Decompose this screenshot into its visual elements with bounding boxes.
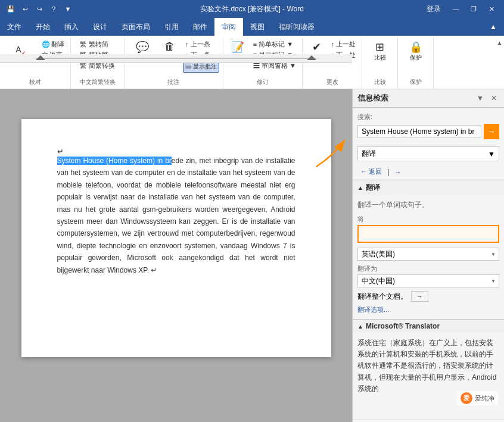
protect-icon: 🔒 xyxy=(409,40,422,54)
group-proofreading-label: 校对 xyxy=(29,77,41,87)
tab-insert[interactable]: 插入 xyxy=(57,18,86,36)
group-protect-label: 保护 xyxy=(410,77,422,87)
delete-icon: 🗑 xyxy=(164,40,175,53)
translate-section-header[interactable]: ▲ 翻译 xyxy=(353,180,504,195)
group-changes: ✔ 接受 ↑ 上一处 ↓ 下一处 更改 xyxy=(303,38,363,89)
panel-close-btn[interactable]: ✕ xyxy=(489,93,499,103)
group-compare-content: ⊞ 比较 xyxy=(369,39,391,77)
compare-icon: ⊞ xyxy=(375,40,384,54)
translate-options-link[interactable]: 翻译选项... xyxy=(357,306,389,313)
tab-mailings[interactable]: 邮件 xyxy=(186,18,214,36)
main-area: ↵ System House (Home system) in brede zi… xyxy=(0,89,504,422)
translate-doc-label: 翻译整个文档。 xyxy=(357,292,407,302)
tab-layout[interactable]: 页面布局 xyxy=(114,18,157,36)
compare-label: 比较 xyxy=(374,54,386,62)
group-tracking-label: 修订 xyxy=(257,77,269,87)
tab-file[interactable]: 文件 xyxy=(0,18,29,36)
tab-foxit[interactable]: 福昕阅读器 xyxy=(272,18,322,36)
group-protect: 🔒 保护 保护 xyxy=(398,38,434,89)
group-compare-label: 比较 xyxy=(374,77,386,87)
document: ↵ System House (Home system) in brede zi… xyxy=(21,119,331,357)
translate-from-prefix: 将 xyxy=(357,215,499,224)
translate-dropdown-label: 翻译 xyxy=(362,149,376,159)
tab-view[interactable]: 视图 xyxy=(243,18,272,36)
nav-back-button[interactable]: ← 返回 xyxy=(357,166,385,177)
translate-section-body: 翻译一个单词或句子。 将 英语(美国) 翻译为 中文(中国) xyxy=(353,195,504,319)
compare-button[interactable]: ⊞ 比较 xyxy=(369,39,391,63)
accept-icon: ✔ xyxy=(312,40,321,54)
search-row: → xyxy=(357,124,499,139)
translate-label: 翻译 xyxy=(51,40,64,49)
right-panel: 信息检索 ▼ ✕ 搜索: → 翻译 ▼ ← 返回 | → xyxy=(352,89,504,422)
panel-controls: ▼ ✕ xyxy=(474,93,499,103)
doc-text-rest: ede zin, met inbegrip van de installatie… xyxy=(57,157,295,274)
panel-search-section: 搜索: → xyxy=(353,108,504,144)
doc-cursor-area: ↵ xyxy=(57,149,295,155)
to-language-select[interactable]: 中文(中国) xyxy=(357,274,499,287)
titlebar-left: 💾 ↩ ↪ ? ▼ xyxy=(5,3,74,15)
nav-separator: | xyxy=(387,168,389,176)
to-traditional-button[interactable]: 繁 繁转简 xyxy=(77,39,117,49)
to-lang-label: 翻译为 xyxy=(357,264,499,273)
translate-dropdown[interactable]: 翻译 ▼ xyxy=(357,146,499,161)
translate-section: ▲ 翻译 翻译一个单词或句子。 将 英语(美国) 翻译为 xyxy=(353,180,504,319)
ms-translator-header[interactable]: ▲ Microsoft® Translator xyxy=(353,320,504,333)
dropdown-icon[interactable]: ▼ xyxy=(62,3,74,15)
group-protect-content: 🔒 保护 xyxy=(405,39,427,77)
doc-end-mark: ↵ xyxy=(151,266,157,274)
group-compare: ⊞ 比较 比较 xyxy=(362,38,398,89)
dropdown-arrow-icon: ▼ xyxy=(488,150,495,158)
panel-settings-btn[interactable]: ▼ xyxy=(474,93,486,103)
help-icon[interactable]: ? xyxy=(48,3,60,15)
group-chinese-label: 中文简繁转换 xyxy=(80,77,116,87)
group-tracking: 📝 修订 ≡ 简单标记 ▼ ≡ 显示标记 ▼ ☰ 审阅窗格 ▼ 修订 xyxy=(223,38,303,89)
tab-references[interactable]: 引用 xyxy=(157,18,186,36)
close-button[interactable]: ✕ xyxy=(484,3,499,15)
group-proofreading: A✓ 拼写和语法 🌐 翻译 文 语言 校对 xyxy=(0,38,71,89)
section-collapse-icon: ▲ xyxy=(357,185,363,191)
ms-section-icon: ▲ xyxy=(357,323,363,330)
translate-doc-button[interactable]: → xyxy=(411,291,428,302)
undo-icon[interactable]: ↩ xyxy=(19,3,31,15)
translate-hint: 翻译一个单词或句子。 xyxy=(357,200,499,210)
tab-home[interactable]: 开始 xyxy=(29,18,57,36)
simple-markup-button[interactable]: ≡ 简单标记 ▼ xyxy=(251,39,298,49)
restore-button[interactable]: ❐ xyxy=(466,3,481,15)
ms-translator-section: ▲ Microsoft® Translator 系统住宅（家庭系统）在广义上，包… xyxy=(353,319,504,399)
selected-text: System House (Home system) in br xyxy=(57,157,172,165)
from-language-select[interactable]: 英语(美国) xyxy=(357,248,499,261)
ms-translator-text: 系统住宅（家庭系统）在广义上，包括安装系统的计算机和安装的手机系统，以前的手机软… xyxy=(357,337,499,395)
tab-review[interactable]: 审阅 xyxy=(214,18,243,36)
prev-comment-button[interactable]: ↑ 上一条 xyxy=(183,39,219,49)
tab-design[interactable]: 设计 xyxy=(86,18,114,36)
translate-icon: 🌐 xyxy=(42,40,50,48)
ribbon-collapse-btn[interactable]: ▲ xyxy=(496,39,503,46)
search-input[interactable] xyxy=(357,125,481,138)
ribbon-tabs: 文件 开始 插入 设计 页面布局 引用 邮件 审阅 视图 福昕阅读器 ▲ xyxy=(0,18,504,36)
save-icon[interactable]: 💾 xyxy=(5,3,17,15)
group-chinese-convert: 繁 繁转简 繁 简转繁 繁 简繁转换 中文简繁转换 xyxy=(71,38,125,89)
collapse-ribbon-btn[interactable]: ▲ xyxy=(483,18,504,36)
track-changes-icon: 📝 xyxy=(231,40,244,54)
group-comments: 💬 新建批注 🗑 删除 ↑ 上一条 ↓ 下一条 ▤ 显示批注 批注 xyxy=(125,38,223,89)
minimize-button[interactable]: — xyxy=(448,3,463,15)
document-area: ↵ System House (Home system) in brede zi… xyxy=(0,89,352,422)
panel-content: ▲ 翻译 翻译一个单词或句子。 将 英语(美国) 翻译为 xyxy=(353,180,504,420)
translate-section-title: 翻译 xyxy=(366,183,380,193)
translate-doc-row: 翻译整个文档。 → xyxy=(357,291,499,302)
translate-button[interactable]: 🌐 翻译 xyxy=(39,39,67,49)
to-lang-wrapper: 中文(中国) xyxy=(357,274,499,287)
protect-button[interactable]: 🔒 保护 xyxy=(405,39,427,63)
search-go-button[interactable]: → xyxy=(484,124,499,139)
protect-label: 保护 xyxy=(410,54,422,62)
redo-icon[interactable]: ↪ xyxy=(33,3,45,15)
titlebar: 💾 ↩ ↪ ? ▼ 实验文件.docx [兼容模式] - Word 登录 — ❐… xyxy=(0,0,504,18)
doc-paragraph[interactable]: System House (Home system) in brede zin,… xyxy=(57,155,295,276)
panel-footer: 🏪 获取 Office 市场上的服务 🔍 信息检 xyxy=(353,420,504,422)
window-title: 实验文件.docx [兼容模式] - Word xyxy=(200,4,304,14)
prev-change-button[interactable]: ↑ 上一处 xyxy=(329,39,359,49)
translate-input-box xyxy=(357,225,499,243)
login-button[interactable]: 登录 xyxy=(422,4,446,14)
group-changes-label: 更改 xyxy=(326,77,338,87)
nav-forward-button[interactable]: → xyxy=(391,167,404,177)
